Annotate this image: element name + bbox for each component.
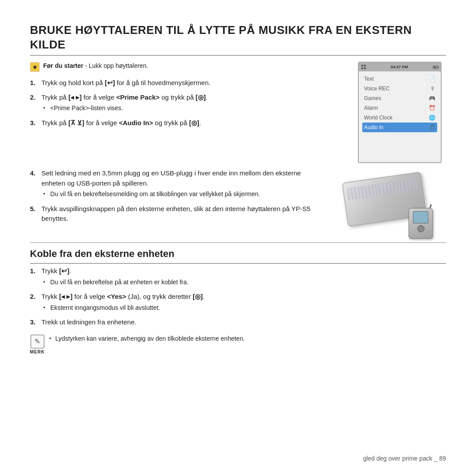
sec-step-2-bullet-1: Eksternt inngangsmodus vil bli avsluttet… bbox=[43, 304, 446, 312]
steps-list-top: Trykk og hold kort på [↩] for å gå til h… bbox=[30, 78, 349, 128]
step-2: Trykk på [◂ ▸] for å velge <Prime Pack> … bbox=[30, 93, 349, 114]
merk-icon: ✎ bbox=[30, 335, 45, 349]
menu-audioin-icon: 🎵 bbox=[429, 124, 435, 130]
small-device-screen bbox=[413, 211, 428, 223]
key-updown: [⊼ ⊻] bbox=[68, 119, 84, 126]
menu-text-icon: 📄 bbox=[429, 76, 435, 82]
star-note: ★ Før du starter - Lukk opp høyttaleren. bbox=[30, 62, 349, 72]
menu-voicerec-icon: 🎙 bbox=[430, 86, 435, 92]
step-3: Trykk på [⊼ ⊻] for å velge <Audio In> og… bbox=[30, 118, 349, 128]
sec-step-1: Trykk [↩]. Du vil få en bekreftelse på a… bbox=[30, 266, 446, 287]
key-ok: [◎] bbox=[196, 93, 206, 101]
step-1-content: Trykk og hold kort på [↩] for å gå til h… bbox=[41, 78, 349, 88]
menu-alarm-label: Alarm bbox=[364, 105, 429, 111]
merk-label: MERK bbox=[30, 350, 45, 354]
merk-icon-container: ✎ MERK bbox=[30, 335, 45, 354]
instructions-left: ★ Før du starter - Lukk opp høyttaleren.… bbox=[30, 62, 349, 163]
star-note-text: - Lukk opp høyttaleren. bbox=[83, 62, 148, 69]
grid-dot-4 bbox=[364, 67, 366, 69]
device-screen: 04:27 PM Text 📄 Voice REC 🎙 Ga bbox=[358, 62, 442, 163]
menu-voicerec-label: Voice REC bbox=[364, 86, 430, 92]
grid-dot-1 bbox=[361, 65, 363, 67]
merk-content: Lydstyrken kan variere, avhengig av den … bbox=[49, 335, 245, 343]
yes-label: <Yes> bbox=[107, 293, 126, 300]
sec-step-2-bullets: Eksternt inngangsmodus vil bli avsluttet… bbox=[43, 304, 446, 312]
menu-alarm-icon: ⏰ bbox=[429, 105, 435, 111]
menu-audioin-label: Audio In bbox=[364, 124, 429, 130]
secondary-title: Koble fra den eksterne enheten bbox=[30, 248, 446, 264]
menu-games-label: Games bbox=[364, 95, 429, 101]
menu-item-audioin: Audio In 🎵 bbox=[362, 123, 437, 132]
sec-step-3: Trekk ut ledningen fra enhetene. bbox=[30, 317, 446, 327]
menu-item-worldclock: World Clock 🌐 bbox=[362, 113, 437, 123]
merk-note: ✎ MERK Lydstyrken kan variere, avhengig … bbox=[30, 335, 446, 354]
section-divider bbox=[30, 242, 446, 243]
cassette-device-drawing bbox=[340, 168, 437, 239]
step-4-content: Sett ledning med en 3,5mm plugg og en US… bbox=[41, 168, 323, 200]
step-4-bullets: Du vil få en bekreftelsesmelding om at t… bbox=[43, 190, 323, 199]
page-footer: gled deg over prime pack _ 89 bbox=[363, 455, 446, 462]
key-nav2: [◂ ▸] bbox=[59, 293, 72, 300]
cassette-stripe bbox=[347, 178, 419, 200]
lower-text: Sett ledning med en 3,5mm plugg og en US… bbox=[30, 168, 323, 239]
device-image bbox=[331, 168, 446, 239]
menu-item-voicerec: Voice REC 🎙 bbox=[362, 84, 437, 93]
star-icon: ★ bbox=[30, 62, 40, 72]
prime-pack-label: <Prime Pack> bbox=[116, 93, 160, 101]
menu-games-icon: 🎮 bbox=[429, 95, 435, 101]
sec-step-1-bullet-1: Du vil få en bekreftelse på at enheten e… bbox=[43, 278, 446, 287]
step-2-content: Trykk på [◂ ▸] for å velge <Prime Pack> … bbox=[41, 93, 349, 114]
lower-section: Sett ledning med en 3,5mm plugg og en US… bbox=[30, 168, 446, 239]
sec-step-1-bullets: Du vil få en bekreftelse på at enheten e… bbox=[43, 278, 446, 287]
top-section: ★ Før du starter - Lukk opp høyttaleren.… bbox=[30, 62, 446, 163]
menu-item-games: Games 🎮 bbox=[362, 93, 437, 103]
menu-text-label: Text bbox=[364, 76, 429, 82]
menu-item-alarm: Alarm ⏰ bbox=[362, 103, 437, 113]
audio-in-label: <Audio In> bbox=[119, 119, 153, 126]
grid-dot-3 bbox=[361, 67, 363, 69]
main-title: BRUKE HØYTTALEREN TIL Å LYTTE PÅ MUSIKK … bbox=[30, 23, 446, 56]
star-note-content: Før du starter - Lukk opp høyttaleren. bbox=[43, 62, 148, 71]
step-2-bullet-1: <Prime Pack>-listen vises. bbox=[43, 104, 349, 113]
sec-step-2: Trykk [◂ ▸] for å velge <Yes> (Ja), og t… bbox=[30, 292, 446, 313]
steps-list-lower: Sett ledning med en 3,5mm plugg og en US… bbox=[30, 168, 323, 224]
small-device-btn bbox=[417, 225, 424, 232]
screen-menu: Text 📄 Voice REC 🎙 Games 🎮 Alarm ⏰ bbox=[359, 71, 441, 135]
sec-step-3-content: Trekk ut ledningen fra enhetene. bbox=[41, 317, 446, 327]
step-5-content: Trykk avspillingsknappen på den eksterne… bbox=[41, 204, 323, 224]
battery-fill bbox=[434, 67, 436, 68]
merk-text: Lydstyrken kan variere, avhengig av den … bbox=[49, 335, 245, 343]
small-device bbox=[409, 208, 433, 239]
star-note-bold: Før du starter bbox=[43, 62, 83, 69]
key-ok2: [◎] bbox=[189, 119, 199, 126]
grid-icon bbox=[361, 65, 366, 69]
key-back: [↩] bbox=[105, 79, 115, 86]
menu-worldclock-icon: 🌐 bbox=[429, 115, 435, 121]
secondary-steps-list: Trykk [↩]. Du vil få en bekreftelse på a… bbox=[30, 266, 446, 327]
step-3-content: Trykk på [⊼ ⊻] for å velge <Audio In> og… bbox=[41, 118, 349, 128]
menu-worldclock-label: World Clock bbox=[364, 115, 429, 121]
menu-item-text: Text 📄 bbox=[362, 74, 437, 84]
step-1: Trykk og hold kort på [↩] for å gå til h… bbox=[30, 78, 349, 88]
screen-header-left bbox=[361, 65, 366, 69]
key-back2: [↩] bbox=[59, 267, 69, 275]
step-4-bullet-1: Du vil få en bekreftelsesmelding om at t… bbox=[43, 190, 323, 199]
key-nav: [◂ ▸] bbox=[68, 93, 82, 101]
grid-dot-2 bbox=[364, 65, 366, 67]
screen-time: 04:27 PM bbox=[390, 65, 408, 69]
step-2-bullets: <Prime Pack>-listen vises. bbox=[43, 104, 349, 113]
step-5: Trykk avspillingsknappen på den eksterne… bbox=[30, 204, 323, 224]
screen-header: 04:27 PM bbox=[359, 63, 441, 71]
sec-step-2-content: Trykk [◂ ▸] for å velge <Yes> (Ja), og t… bbox=[41, 292, 446, 313]
page: BRUKE HØYTTALEREN TIL Å LYTTE PÅ MUSIKK … bbox=[0, 0, 476, 476]
device-screenshot: 04:27 PM Text 📄 Voice REC 🎙 Ga bbox=[358, 62, 446, 163]
merk-pencil-icon: ✎ bbox=[34, 337, 40, 346]
step-4: Sett ledning med en 3,5mm plugg og en US… bbox=[30, 168, 323, 200]
battery-icon bbox=[433, 66, 438, 69]
key-ok3: [◎] bbox=[193, 293, 203, 300]
sec-step-1-content: Trykk [↩]. Du vil få en bekreftelse på a… bbox=[41, 266, 446, 287]
